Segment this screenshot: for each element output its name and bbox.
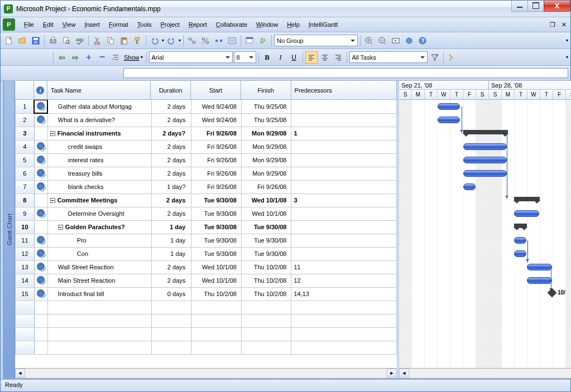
- scroll-right-icon[interactable]: ►: [387, 369, 397, 378]
- row-number[interactable]: 13: [16, 260, 35, 274]
- predecessors-cell[interactable]: [291, 207, 397, 220]
- empty-row[interactable]: [16, 314, 397, 327]
- gantt-summary-bar[interactable]: [514, 224, 527, 228]
- scroll-left-icon[interactable]: ◄: [15, 369, 25, 378]
- gantt-bar[interactable]: [514, 250, 526, 257]
- info-cell[interactable]: [34, 274, 47, 287]
- taskname-cell[interactable]: Determine Oversight: [47, 207, 151, 220]
- finish-cell[interactable]: Mon 9/29/08: [241, 140, 291, 153]
- finish-cell[interactable]: Tue 9/30/08: [241, 247, 291, 260]
- bold-icon[interactable]: B: [261, 51, 273, 64]
- menu-collaborate[interactable]: Collaborate: [212, 20, 252, 30]
- outdent-icon[interactable]: +: [83, 51, 95, 64]
- collapse-icon[interactable]: −: [50, 131, 55, 136]
- finish-cell[interactable]: Fri 9/26/08: [241, 180, 291, 193]
- gantt-bar[interactable]: [463, 183, 476, 190]
- predecessors-cell[interactable]: 3: [291, 193, 397, 207]
- gantt-bar[interactable]: [527, 264, 552, 270]
- predecessors-cell[interactable]: [291, 247, 397, 260]
- entry-input[interactable]: [123, 68, 568, 78]
- predecessors-cell[interactable]: [291, 180, 397, 193]
- gantt-bar[interactable]: [514, 237, 526, 244]
- open-icon[interactable]: [16, 35, 28, 47]
- duration-cell[interactable]: 1 day: [151, 234, 191, 247]
- info-cell[interactable]: [34, 180, 47, 193]
- menu-intelligantt[interactable]: IntelliGantt: [304, 20, 343, 30]
- start-cell[interactable]: Fri 9/26/08: [191, 127, 242, 140]
- menu-project[interactable]: Project: [156, 20, 184, 30]
- predecessors-cell[interactable]: 12: [291, 274, 397, 287]
- format-painter-icon[interactable]: [131, 35, 143, 47]
- task-row[interactable]: 4credit swaps2 daysFri 9/26/08Mon 9/29/0…: [16, 140, 397, 153]
- goto-task-icon[interactable]: [390, 35, 402, 47]
- row-number[interactable]: 1: [16, 100, 35, 113]
- duration-cell[interactable]: 2 days: [151, 113, 191, 127]
- split-task-icon[interactable]: [213, 35, 225, 47]
- row-number[interactable]: 6: [16, 167, 35, 180]
- task-row[interactable]: 3−Financial instruments2 days?Fri 9/26/0…: [16, 127, 397, 140]
- align-center-icon[interactable]: [319, 51, 331, 64]
- autofilter-icon[interactable]: =: [429, 51, 441, 64]
- align-right-icon[interactable]: [332, 51, 344, 64]
- menu-edit[interactable]: Edit: [39, 20, 58, 30]
- empty-row[interactable]: [16, 301, 397, 314]
- info-cell[interactable]: [34, 113, 47, 127]
- duration-cell[interactable]: 2 days: [151, 100, 191, 113]
- task-row[interactable]: 13Wall Street Reaction2 daysWed 10/1/08T…: [16, 260, 397, 274]
- italic-icon[interactable]: I: [275, 51, 287, 64]
- taskname-cell[interactable]: interest rates: [47, 153, 151, 167]
- row-number[interactable]: 14: [16, 274, 35, 287]
- duration-cell[interactable]: 1 day?: [151, 180, 191, 193]
- copy-icon[interactable]: [104, 35, 117, 47]
- task-row[interactable]: 15Introduct final bill0 daysThu 10/2/08T…: [16, 287, 397, 301]
- start-cell[interactable]: Tue 9/30/08: [191, 207, 242, 220]
- empty-row[interactable]: [16, 341, 397, 354]
- finish-cell[interactable]: Thu 9/25/08: [241, 113, 291, 127]
- row-number[interactable]: 4: [16, 140, 35, 153]
- taskname-cell[interactable]: Pro: [47, 234, 151, 247]
- menu-help[interactable]: Help: [282, 20, 304, 30]
- predecessors-cell[interactable]: 11: [291, 260, 397, 274]
- taskname-column-header[interactable]: Task Name: [47, 81, 151, 99]
- info-cell[interactable]: [34, 140, 47, 153]
- assign-resources-icon[interactable]: [257, 35, 269, 47]
- info-cell[interactable]: [34, 287, 47, 301]
- task-row[interactable]: 1Gather data about Mortgag2 daysWed 9/24…: [16, 100, 397, 113]
- start-cell[interactable]: Fri 9/26/08: [191, 180, 242, 193]
- duration-cell[interactable]: 2 days: [151, 193, 191, 207]
- fontsize-dropdown[interactable]: 8: [234, 51, 256, 63]
- group-dropdown[interactable]: No Group: [274, 35, 358, 46]
- taskname-cell[interactable]: −Committee Meetings: [47, 193, 151, 207]
- row-number[interactable]: 7: [16, 180, 35, 193]
- duration-cell[interactable]: 2 days?: [151, 127, 191, 140]
- filter-dropdown[interactable]: All Tasks: [349, 51, 428, 63]
- duration-cell[interactable]: 2 days: [151, 153, 191, 167]
- align-left-icon[interactable]: [305, 51, 318, 64]
- task-notes-icon[interactable]: [243, 35, 256, 47]
- start-cell[interactable]: Tue 9/30/08: [191, 247, 242, 260]
- info-cell[interactable]: [34, 247, 47, 260]
- row-number[interactable]: 12: [16, 247, 35, 260]
- zoom-out-icon[interactable]: [376, 35, 388, 47]
- menu-window[interactable]: Window: [252, 20, 282, 30]
- row-number[interactable]: 8: [16, 193, 35, 207]
- help-icon[interactable]: ?: [416, 35, 429, 47]
- start-cell[interactable]: Wed 10/1/08: [191, 260, 242, 274]
- collapse-icon[interactable]: −: [58, 225, 63, 230]
- predecessors-cell[interactable]: [291, 100, 397, 113]
- finish-cell[interactable]: Mon 9/29/08: [241, 167, 291, 180]
- empty-row[interactable]: [16, 327, 397, 341]
- print-preview-icon[interactable]: [60, 35, 73, 47]
- grid-hscrollbar[interactable]: ◄ ►: [15, 368, 397, 378]
- finish-cell[interactable]: Tue 9/30/08: [241, 220, 291, 234]
- font-dropdown[interactable]: Arial: [149, 51, 233, 63]
- gantt-bar[interactable]: [514, 210, 539, 217]
- start-cell[interactable]: Fri 9/26/08: [191, 153, 242, 167]
- collapse-icon[interactable]: −: [50, 198, 55, 203]
- duration-cell[interactable]: 2 days: [151, 140, 191, 153]
- start-column-header[interactable]: Start: [191, 81, 241, 99]
- show-subtasks-icon[interactable]: +: [109, 51, 122, 64]
- menu-tools[interactable]: Tools: [133, 20, 156, 30]
- gantt-summary-bar[interactable]: [514, 197, 540, 201]
- gantt-bar[interactable]: [527, 277, 552, 284]
